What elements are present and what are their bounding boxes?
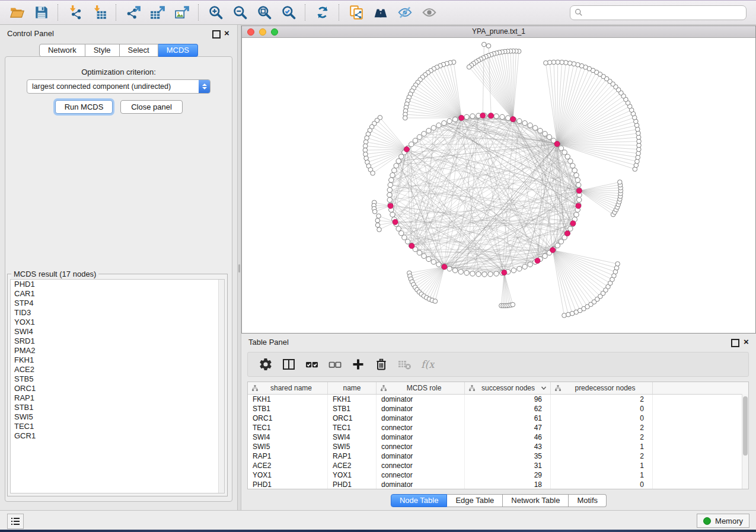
zoom-selected-icon	[281, 5, 296, 20]
mcds-result-item[interactable]: STB1	[11, 403, 224, 412]
add-row-icon	[351, 357, 365, 371]
mcds-result-item[interactable]: GCR1	[11, 431, 224, 441]
network-window-titlebar[interactable]: YPA_prune.txt_1	[242, 26, 755, 38]
delete-row-icon	[374, 357, 388, 371]
tab-node-table[interactable]: Node Table	[391, 494, 448, 507]
add-row-button[interactable]	[346, 354, 369, 374]
toolbar-separator	[339, 4, 340, 21]
mcds-result-item[interactable]: TEC1	[11, 422, 224, 431]
mcds-result-item[interactable]: SWI4	[11, 327, 224, 336]
run-mcds-button[interactable]: Run MCDS	[55, 100, 113, 114]
mcds-result-item[interactable]: PMA2	[11, 346, 224, 355]
new-network-from-selection-icon	[349, 5, 364, 20]
mcds-result-item[interactable]: SWI5	[11, 412, 224, 422]
export-network-button[interactable]	[121, 2, 145, 23]
network-canvas[interactable]	[242, 38, 755, 334]
column-header-shared-name[interactable]: shared name	[248, 382, 328, 394]
zoom-fit-content-button[interactable]	[252, 2, 276, 23]
desktop-background	[0, 530, 756, 532]
split-columns-button[interactable]	[277, 354, 300, 374]
memory-button[interactable]: Memory	[697, 514, 749, 528]
table-scrollbar-thumb[interactable]	[743, 396, 748, 456]
table-row[interactable]: FKH1FKH1dominator962	[248, 395, 748, 404]
mcds-result-item[interactable]: STP4	[11, 299, 224, 308]
search-input[interactable]	[583, 8, 742, 17]
mcds-result-group: MCDS result (17 nodes) PHD1CAR1STP4TID3Y…	[7, 274, 228, 496]
tab-network[interactable]: Network	[39, 44, 85, 57]
new-network-from-selection-button[interactable]	[344, 2, 368, 23]
deselect-all-button[interactable]	[323, 354, 346, 374]
import-table-button[interactable]	[87, 2, 111, 23]
mcds-result-item[interactable]: YOX1	[11, 318, 224, 327]
refresh-button[interactable]	[310, 2, 334, 23]
mcds-result-item[interactable]: TID3	[11, 308, 224, 318]
mcds-result-item[interactable]: STB5	[11, 374, 224, 384]
search-box[interactable]	[570, 5, 747, 20]
tab-motifs[interactable]: Motifs	[569, 494, 607, 507]
delete-table-icon	[397, 357, 412, 371]
tab-edge-table[interactable]: Edge Table	[447, 494, 503, 507]
toolbar-separator	[58, 4, 59, 21]
attribute-tree-icon	[380, 384, 387, 392]
memory-status-icon	[703, 517, 711, 525]
settings-button[interactable]	[254, 354, 277, 374]
table-body: FKH1FKH1dominator962STB1STB1dominator620…	[248, 395, 748, 489]
delete-table-button[interactable]	[393, 354, 416, 374]
mcds-result-item[interactable]: ORC1	[11, 384, 224, 393]
close-panel-button[interactable]: Close panel	[120, 100, 183, 114]
close-table-panel-icon[interactable]: ×	[744, 338, 749, 346]
save-button[interactable]	[29, 2, 53, 23]
table-row[interactable]: STB1STB1dominator620	[248, 404, 748, 414]
network-window: YPA_prune.txt_1	[241, 25, 756, 334]
panel-splitter[interactable]	[237, 25, 241, 510]
table-panel-title: Table Panel	[248, 338, 289, 347]
table-row[interactable]: YOX1YOX1connector291	[248, 470, 748, 480]
mcds-result-item[interactable]: FKH1	[11, 355, 224, 365]
column-header-successor-nodes[interactable]: successor nodes	[465, 382, 551, 394]
main-toolbar	[0, 1, 756, 25]
function-icon: f(x)	[420, 357, 435, 371]
zoom-out-icon	[232, 5, 248, 20]
table-row[interactable]: ACE2ACE2connector311	[248, 461, 748, 470]
function-button[interactable]: f(x)	[416, 354, 439, 374]
close-panel-icon[interactable]: ×	[224, 29, 229, 37]
tab-mcds[interactable]: MCDS	[158, 44, 198, 57]
mcds-result-item[interactable]: RAP1	[11, 393, 224, 403]
delete-row-button[interactable]	[369, 354, 393, 374]
float-table-panel-icon[interactable]	[731, 339, 739, 347]
column-header-name[interactable]: name	[328, 382, 377, 394]
tab-select[interactable]: Select	[120, 44, 158, 57]
export-table-button[interactable]	[145, 2, 170, 23]
float-window-icon[interactable]	[212, 30, 221, 39]
task-history-button[interactable]	[7, 514, 24, 529]
export-image-button[interactable]	[170, 2, 194, 23]
tab-style[interactable]: Style	[85, 44, 120, 57]
table-row[interactable]: TEC1TEC1connector472	[248, 423, 748, 432]
first-neighbors-button[interactable]	[368, 2, 393, 23]
criterion-dropdown[interactable]: largest connected component (undirected)	[27, 79, 210, 94]
table-row[interactable]: PHD1PHD1dominator180	[248, 480, 748, 489]
tab-network-table[interactable]: Network Table	[503, 494, 569, 507]
zoom-selected-button[interactable]	[276, 2, 301, 23]
table-scrollbar[interactable]	[742, 394, 748, 489]
table-row[interactable]: ORC1ORC1dominator610	[248, 414, 748, 423]
zoom-out-button[interactable]	[228, 2, 252, 23]
mcds-result-item[interactable]: SRD1	[11, 336, 224, 346]
table-row[interactable]: RAP1RAP1dominator352	[248, 451, 748, 461]
table-row[interactable]: SWI4SWI4dominator462	[248, 432, 748, 442]
column-header-predecessor-nodes[interactable]: predecessor nodes	[551, 382, 653, 394]
mcds-result-item[interactable]: CAR1	[11, 289, 224, 299]
mcds-result-item[interactable]: PHD1	[11, 280, 224, 289]
mcds-result-item[interactable]: ACE2	[11, 365, 224, 374]
show-all-button[interactable]	[417, 2, 441, 23]
refresh-icon	[315, 5, 330, 20]
column-header-MCDS-role[interactable]: MCDS role	[377, 382, 465, 394]
mcds-result-list[interactable]: PHD1CAR1STP4TID3YOX1SWI4SRD1PMA2FKH1ACE2…	[10, 279, 225, 493]
table-row[interactable]: SWI5SWI5connector431	[248, 442, 748, 451]
select-all-button[interactable]	[300, 354, 323, 374]
zoom-in-button[interactable]	[203, 2, 228, 23]
open-folder-button[interactable]	[5, 2, 29, 23]
import-network-button[interactable]	[63, 2, 87, 23]
mcds-list-scrollbar[interactable]	[218, 280, 224, 493]
hide-selected-button[interactable]	[393, 2, 417, 23]
